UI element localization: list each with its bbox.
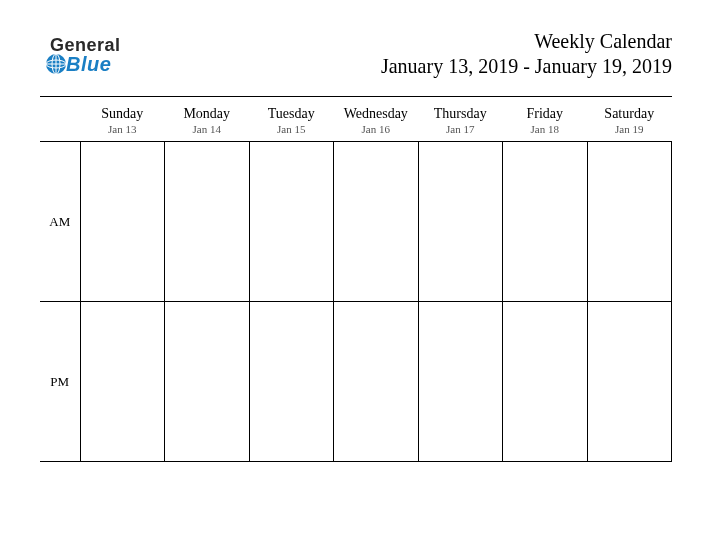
cell-am-thu[interactable] xyxy=(418,142,503,302)
cell-am-sun[interactable] xyxy=(80,142,165,302)
calendar-table: Sunday Jan 13 Monday Jan 14 Tuesday Jan … xyxy=(40,102,672,462)
cell-am-sat[interactable] xyxy=(587,142,672,302)
cell-am-mon[interactable] xyxy=(165,142,250,302)
cell-pm-fri[interactable] xyxy=(503,302,588,462)
day-header-wed: Wednesday Jan 16 xyxy=(334,102,419,142)
day-name: Wednesday xyxy=(334,106,419,122)
calendar: Sunday Jan 13 Monday Jan 14 Tuesday Jan … xyxy=(0,96,712,462)
page-title: Weekly Calendar xyxy=(381,30,672,53)
day-name: Thursday xyxy=(418,106,503,122)
cell-pm-sun[interactable] xyxy=(80,302,165,462)
day-header-tue: Tuesday Jan 15 xyxy=(249,102,334,142)
day-date: Jan 19 xyxy=(587,123,672,135)
cell-pm-thu[interactable] xyxy=(418,302,503,462)
period-label-am: AM xyxy=(40,142,80,302)
am-row: AM xyxy=(40,142,672,302)
day-header-sun: Sunday Jan 13 xyxy=(80,102,165,142)
globe-icon xyxy=(44,52,68,76)
cell-am-tue[interactable] xyxy=(249,142,334,302)
cell-pm-mon[interactable] xyxy=(165,302,250,462)
day-name: Sunday xyxy=(80,106,165,122)
title-block: Weekly Calendar January 13, 2019 - Janua… xyxy=(381,30,672,78)
cell-am-fri[interactable] xyxy=(503,142,588,302)
day-date: Jan 14 xyxy=(165,123,250,135)
day-name: Saturday xyxy=(587,106,672,122)
pm-row: PM xyxy=(40,302,672,462)
day-name: Monday xyxy=(165,106,250,122)
day-date: Jan 18 xyxy=(503,123,588,135)
logo-blue-row: Blue xyxy=(50,52,121,76)
day-date: Jan 17 xyxy=(418,123,503,135)
day-header-sat: Saturday Jan 19 xyxy=(587,102,672,142)
day-header-row: Sunday Jan 13 Monday Jan 14 Tuesday Jan … xyxy=(40,102,672,142)
day-name: Tuesday xyxy=(249,106,334,122)
cell-pm-wed[interactable] xyxy=(334,302,419,462)
cell-am-wed[interactable] xyxy=(334,142,419,302)
header: General Blue Weekly Calendar January 13,… xyxy=(0,0,712,96)
day-date: Jan 13 xyxy=(80,123,165,135)
day-header-fri: Friday Jan 18 xyxy=(503,102,588,142)
day-name: Friday xyxy=(503,106,588,122)
day-header-thu: Thursday Jan 17 xyxy=(418,102,503,142)
day-header-mon: Monday Jan 14 xyxy=(165,102,250,142)
cell-pm-sat[interactable] xyxy=(587,302,672,462)
day-date: Jan 15 xyxy=(249,123,334,135)
day-date: Jan 16 xyxy=(334,123,419,135)
logo-text-blue: Blue xyxy=(66,54,111,74)
blank-corner xyxy=(40,102,80,142)
period-label-pm: PM xyxy=(40,302,80,462)
logo: General Blue xyxy=(50,30,121,76)
cell-pm-tue[interactable] xyxy=(249,302,334,462)
date-range: January 13, 2019 - January 19, 2019 xyxy=(381,55,672,78)
